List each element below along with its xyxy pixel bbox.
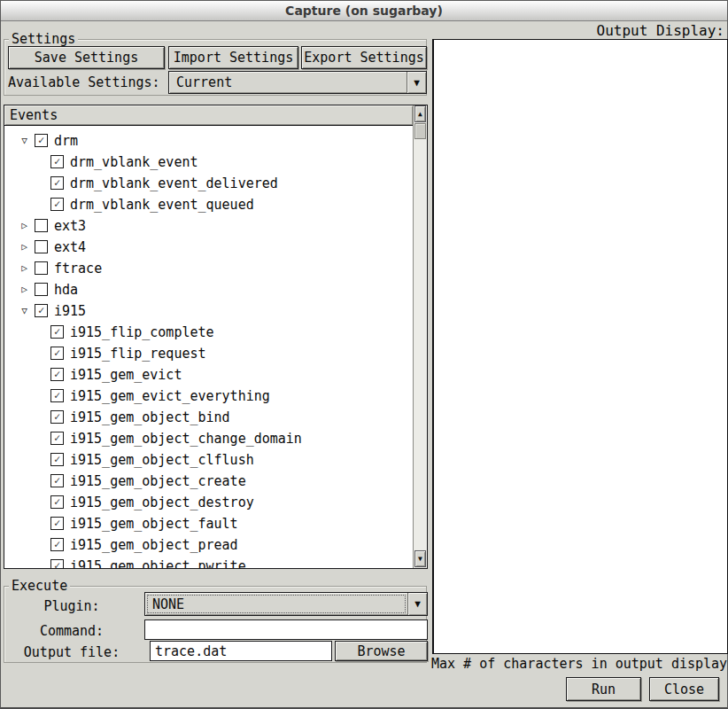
- event-row[interactable]: ▷ext4: [4, 237, 414, 258]
- event-label: ext4: [54, 239, 86, 255]
- event-checkbox[interactable]: ✓: [35, 304, 48, 317]
- chevron-down-icon: ▼: [414, 598, 421, 610]
- event-label: drm: [54, 133, 78, 149]
- event-label: i915_flip_complete: [70, 324, 214, 340]
- plugin-arrowbox: ▼: [407, 593, 427, 615]
- event-checkbox[interactable]: ✓: [35, 134, 48, 147]
- title-bar[interactable]: Capture (on sugarbay): [1, 1, 727, 21]
- event-checkbox[interactable]: ✓: [50, 517, 64, 530]
- browse-button[interactable]: Browse: [335, 641, 428, 661]
- event-checkbox[interactable]: [35, 240, 48, 253]
- event-checkbox[interactable]: ✓: [50, 495, 64, 509]
- expander-closed-icon[interactable]: ▷: [18, 261, 31, 275]
- event-label: i915_gem_object_bind: [70, 409, 230, 425]
- event-row[interactable]: ✓i915_gem_object_destroy: [4, 492, 414, 513]
- event-checkbox[interactable]: ✓: [50, 432, 64, 445]
- event-row[interactable]: ✓i915_flip_complete: [4, 322, 414, 343]
- run-button[interactable]: Run: [566, 677, 641, 701]
- window-title: Capture (on sugarbay): [285, 4, 443, 18]
- plugin-label: Plugin:: [1, 598, 143, 614]
- event-row[interactable]: ✓i915_gem_object_fault: [4, 513, 414, 534]
- event-row[interactable]: ✓drm_vblank_event: [4, 152, 414, 173]
- scroll-down-button[interactable]: ▼: [414, 550, 426, 567]
- event-label: ftrace: [54, 261, 102, 277]
- available-settings-dropdown[interactable]: Current ▼: [168, 71, 427, 94]
- event-row[interactable]: ▷ftrace: [4, 258, 414, 279]
- event-checkbox[interactable]: [35, 219, 48, 232]
- event-label: i915_gem_evict_everything: [70, 388, 270, 404]
- event-row[interactable]: ✓i915_gem_object_pread: [4, 534, 414, 556]
- expander-closed-icon[interactable]: ▷: [18, 240, 31, 253]
- scroll-up-icon: ▲: [418, 110, 422, 118]
- events-tree: ▽✓drm✓drm_vblank_event✓drm_vblank_event_…: [4, 126, 414, 568]
- event-checkbox[interactable]: [35, 261, 48, 275]
- events-list: Events ▽✓drm✓drm_vblank_event✓drm_vblank…: [4, 105, 428, 569]
- event-label: i915_gem_object_create: [70, 473, 246, 489]
- max-chars-label: Max # of characters in output display: [431, 656, 727, 672]
- event-checkbox[interactable]: ✓: [50, 453, 64, 466]
- event-label: i915_flip_request: [70, 346, 206, 362]
- event-label: i915_gem_evict: [70, 367, 182, 383]
- event-row[interactable]: ✓i915_flip_request: [4, 343, 414, 364]
- event-checkbox[interactable]: ✓: [50, 176, 64, 190]
- event-row[interactable]: ▷hda: [4, 279, 414, 300]
- output-display-area: [432, 39, 728, 654]
- expander-open-icon[interactable]: ▽: [18, 134, 31, 147]
- execute-frame-label: Execute: [9, 579, 70, 594]
- event-checkbox[interactable]: ✓: [50, 198, 64, 211]
- import-settings-button[interactable]: Import Settings: [168, 46, 298, 69]
- event-label: i915_gem_object_pread: [70, 537, 238, 553]
- event-label: i915_gem_object_pwrite: [70, 558, 246, 568]
- scroll-up-button[interactable]: ▲: [414, 105, 426, 122]
- available-settings-value: Current: [176, 74, 232, 90]
- event-row[interactable]: ✓i915_gem_evict_everything: [4, 386, 414, 407]
- event-checkbox[interactable]: ✓: [50, 559, 64, 568]
- event-label: i915_gem_object_clflush: [70, 452, 254, 468]
- event-row[interactable]: ▽✓i915: [4, 300, 414, 322]
- event-checkbox[interactable]: ✓: [50, 410, 64, 424]
- event-label: drm_vblank_event: [70, 154, 198, 170]
- event-label: ext3: [54, 218, 86, 234]
- settings-frame-label: Settings: [9, 32, 78, 47]
- event-checkbox[interactable]: ✓: [50, 347, 64, 360]
- expander-closed-icon[interactable]: ▷: [18, 219, 31, 232]
- event-checkbox[interactable]: ✓: [50, 538, 64, 551]
- event-label: drm_vblank_event_delivered: [70, 175, 278, 191]
- event-label: i915: [54, 303, 86, 319]
- event-row[interactable]: ✓drm_vblank_event_queued: [4, 194, 414, 215]
- capture-window: Capture (on sugarbay) Settings Save Sett…: [0, 0, 728, 709]
- available-settings-label: Available Settings:: [8, 74, 160, 90]
- events-scrollbar[interactable]: ▲ ▼: [413, 105, 427, 568]
- dropdown-arrowbox: ▼: [407, 72, 426, 93]
- event-label: drm_vblank_event_queued: [70, 197, 254, 213]
- close-button[interactable]: Close: [649, 677, 719, 701]
- event-checkbox[interactable]: ✓: [50, 389, 64, 402]
- event-row[interactable]: ✓i915_gem_object_change_domain: [4, 428, 414, 449]
- output-file-input[interactable]: trace.dat: [150, 641, 332, 661]
- event-row[interactable]: ✓drm_vblank_event_delivered: [4, 173, 414, 194]
- event-row[interactable]: ✓i915_gem_object_bind: [4, 407, 414, 428]
- expander-closed-icon[interactable]: ▷: [18, 283, 31, 296]
- scrollbar-thumb[interactable]: [414, 123, 426, 139]
- event-checkbox[interactable]: [35, 283, 48, 296]
- event-checkbox[interactable]: ✓: [50, 325, 64, 339]
- event-row[interactable]: ✓i915_gem_object_create: [4, 471, 414, 492]
- event-row[interactable]: ✓i915_gem_object_pwrite: [4, 556, 414, 568]
- expander-open-icon[interactable]: ▽: [18, 304, 31, 317]
- events-header-label: Events: [10, 107, 58, 123]
- command-input[interactable]: [144, 619, 428, 640]
- scroll-down-icon: ▼: [418, 555, 422, 563]
- event-checkbox[interactable]: ✓: [50, 155, 64, 168]
- command-label: Command:: [1, 623, 143, 639]
- event-checkbox[interactable]: ✓: [50, 474, 64, 487]
- event-row[interactable]: ▷ext3: [4, 215, 414, 237]
- event-checkbox[interactable]: ✓: [50, 368, 64, 381]
- save-settings-button[interactable]: Save Settings: [8, 46, 165, 69]
- plugin-dropdown[interactable]: NONE ▼: [144, 592, 428, 616]
- event-row[interactable]: ✓i915_gem_object_clflush: [4, 449, 414, 471]
- events-column-header[interactable]: Events: [4, 105, 414, 126]
- event-row[interactable]: ▽✓drm: [4, 130, 414, 152]
- export-settings-button[interactable]: Export Settings: [301, 46, 427, 69]
- event-label: i915_gem_object_fault: [70, 516, 238, 532]
- event-row[interactable]: ✓i915_gem_evict: [4, 364, 414, 386]
